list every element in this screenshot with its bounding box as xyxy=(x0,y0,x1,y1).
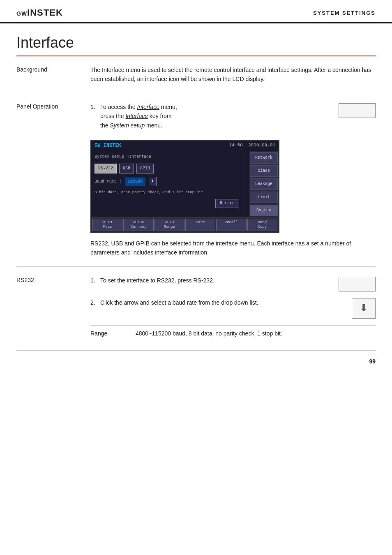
step1-container: 1. To access the Interface menu, press t… xyxy=(90,102,376,132)
rs232-step1: 1. To set the interface to RS232, press … xyxy=(90,276,376,291)
lcd-main-area: System setup →Interface RS-232 USB GPIB … xyxy=(91,151,249,217)
hard-copy-btn[interactable]: HardCopy xyxy=(247,219,277,231)
interface-description: RS232, USB and GPIB can be selected from… xyxy=(90,239,376,257)
range-value: 4800~115200 baud, 8 bit data, no parity … xyxy=(136,325,376,341)
rs232-key-button xyxy=(339,277,376,291)
page-header: GWINSTEK SYSTEM SETTINGS xyxy=(0,0,392,23)
leakage-btn[interactable]: Leakage xyxy=(250,178,278,190)
rs232-row: RS232 1. To set the interface to RS232, … xyxy=(16,267,376,351)
logo-gw: GW xyxy=(16,10,27,17)
page-title: Interface xyxy=(16,34,74,51)
ac-dc-current-btn[interactable]: AC+DCCurrent xyxy=(123,219,153,231)
system-btn[interactable]: System xyxy=(250,205,278,216)
interface-key-button xyxy=(339,103,376,118)
lcd-body: System setup →Interface RS-232 USB GPIB … xyxy=(91,151,279,217)
lcd-screen: GW INSTEK 14:58 2009.09.01 System setup … xyxy=(90,140,279,233)
rs232-label: RS232 xyxy=(16,276,90,341)
background-row: Background The Interface menu is used to… xyxy=(16,56,376,93)
rs232-button[interactable]: RS-232 xyxy=(95,164,117,173)
baud-rate-label: Baud rate : xyxy=(95,178,122,185)
gpib-button[interactable]: GPIB xyxy=(136,164,154,173)
rs232-step1-num: 1. xyxy=(90,276,100,285)
limit-btn[interactable]: Limit xyxy=(250,192,278,203)
panel-operation-content: 1. To access the Interface menu, press t… xyxy=(90,102,376,257)
rs232-step2-num: 2. xyxy=(90,298,100,307)
panel-operation-label: Panel Operation xyxy=(16,102,90,257)
return-button[interactable]: Return xyxy=(215,199,239,208)
background-label: Background xyxy=(16,65,90,84)
rs232-content: 1. To set the interface to RS232, press … xyxy=(90,276,376,341)
lcd-bottom-bar: AUTOMeas AC+DCCurrent AUTORange Save Rec… xyxy=(91,217,279,232)
content-area: Background The Interface menu is used to… xyxy=(0,56,392,351)
lcd-datetime: 14:58 2009.09.01 xyxy=(229,142,275,150)
rs232-step2-text: Click the arrow and select a baud rate f… xyxy=(100,298,258,307)
baud-rate-row: Baud rate : 115200 ⬇ xyxy=(95,177,246,186)
range-row: Range 4800~115200 baud, 8 bit data, no p… xyxy=(90,325,376,341)
lcd-brand: GW INSTEK xyxy=(95,142,121,150)
rs232-step1-text: To set the interface to RS232, press RS-… xyxy=(100,276,214,285)
logo-instek: INSTEK xyxy=(27,7,63,18)
logo: GWINSTEK xyxy=(16,7,63,18)
panel-operation-row: Panel Operation 1. To access the Interfa… xyxy=(16,93,376,267)
auto-range-btn[interactable]: AUTORange xyxy=(154,219,184,231)
save-btn[interactable]: Save xyxy=(185,219,215,231)
section-title: SYSTEM SETTINGS xyxy=(313,10,376,16)
lcd-header: GW INSTEK 14:58 2009.09.01 xyxy=(91,141,279,151)
background-text: The Interface menu is used to select the… xyxy=(90,65,376,84)
page-number: 99 xyxy=(369,358,376,365)
network-btn[interactable]: Network xyxy=(250,152,278,164)
usb-button[interactable]: USB xyxy=(119,164,134,173)
lcd-breadcrumb: System setup →Interface xyxy=(95,154,246,160)
auto-meas-btn[interactable]: AUTOMeas xyxy=(92,219,122,231)
page-number-bar: 99 xyxy=(0,351,392,369)
class-btn[interactable]: Class xyxy=(250,165,278,177)
lcd-info-text: 8 bit data, none parity check, and 1 bit… xyxy=(95,190,246,195)
lcd-sidebar: Network Class Leakage Limit System xyxy=(249,151,279,217)
lcd-interface-buttons[interactable]: RS-232 USB GPIB xyxy=(95,164,246,173)
step1-num: 1. xyxy=(90,102,100,111)
range-label: Range xyxy=(90,325,136,341)
rs232-step2: 2. Click the arrow and select a baud rat… xyxy=(90,298,376,319)
recall-btn[interactable]: Recall xyxy=(216,219,246,231)
step1-line: 1. To access the Interface menu, press t… xyxy=(90,102,331,130)
step1-text: To access the Interface menu, press the … xyxy=(100,102,177,130)
dropdown-arrow-button[interactable]: ⬇ xyxy=(149,177,157,186)
baud-rate-value: 115200 xyxy=(125,177,145,186)
dropdown-icon-box: ⬇ xyxy=(352,298,376,319)
range-table: Range 4800~115200 baud, 8 bit data, no p… xyxy=(90,325,376,341)
dropdown-icon: ⬇ xyxy=(360,300,368,316)
